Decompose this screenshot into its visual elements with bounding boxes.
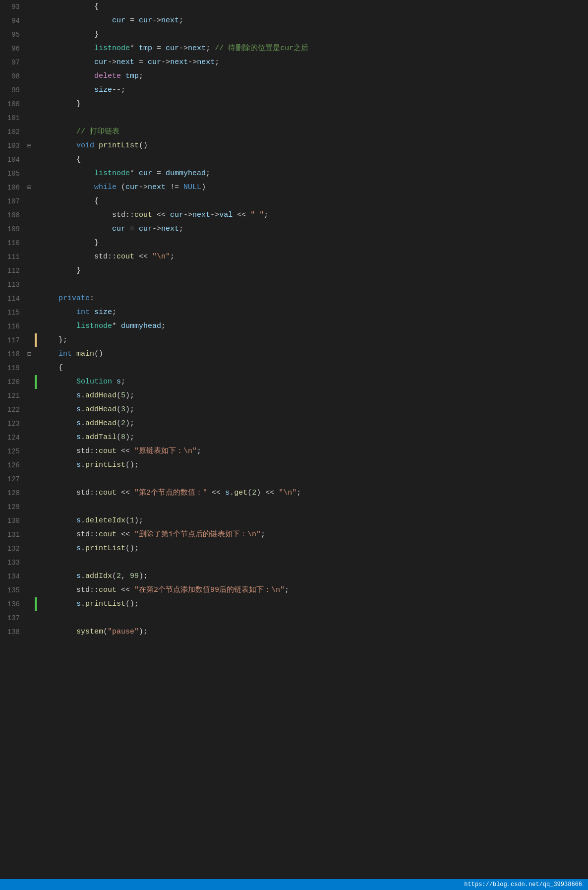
code-content: {	[37, 153, 588, 167]
fn-token: printList	[85, 600, 125, 608]
arrow-token: ->	[161, 58, 170, 66]
var-token: cur	[94, 58, 108, 66]
plain-token: (	[117, 391, 121, 400]
fold-collapse-button[interactable]: ⊟	[24, 347, 35, 361]
var-token: cur	[125, 183, 139, 191]
fold-empty	[24, 458, 35, 472]
fold-empty	[24, 500, 35, 514]
fold-empty	[24, 333, 35, 347]
fn-token: system	[76, 628, 103, 636]
table-row: s.addHead(5);	[35, 389, 588, 403]
plain-token: );	[139, 572, 148, 580]
plain-token: ();	[125, 544, 139, 553]
code-content	[37, 111, 588, 125]
code-content: std::cout << "删除了第1个节点后的链表如下：\n";	[37, 528, 588, 542]
table-row: {	[35, 194, 588, 208]
num-token: 3	[121, 405, 125, 414]
plain-token: );	[125, 391, 134, 400]
line-number: 117	[0, 333, 24, 347]
code-area: 9394959697989910010110210310410510610710…	[0, 0, 588, 879]
code-content: cur = cur->next;	[37, 222, 588, 236]
fold-empty	[24, 153, 35, 167]
plain-token: (	[125, 516, 130, 525]
plain-token: ;	[179, 16, 183, 25]
plain-token: );	[125, 405, 134, 414]
var-token: s	[76, 544, 81, 553]
line-number: 132	[0, 542, 24, 556]
line-number: 123	[0, 417, 24, 431]
plain-token	[41, 419, 76, 428]
table-row: std::cout << "原链表如下：\n";	[35, 445, 588, 458]
arrow-token: ->	[139, 183, 148, 191]
plain-token: <<	[117, 489, 134, 497]
plain-token: ;	[264, 211, 268, 219]
code-content: {	[37, 0, 588, 14]
table-row: {	[35, 153, 588, 167]
fold-collapse-button[interactable]: ⊟	[24, 139, 35, 153]
fold-collapse-button[interactable]: ⊟	[24, 181, 35, 194]
type-token: listnode	[41, 169, 130, 178]
code-content: std::cout << "原链表如下：\n";	[37, 445, 588, 458]
plain-token: .	[81, 433, 85, 442]
code-content: std::cout << cur->next->val << " ";	[37, 208, 588, 222]
plain-token	[90, 308, 94, 317]
fn-token: cout	[99, 447, 117, 455]
plain-token: (	[103, 628, 108, 636]
plain-token: (	[247, 489, 252, 497]
plain-token: <<	[134, 253, 152, 261]
plain-token	[41, 86, 94, 94]
plain-token: <<	[117, 530, 134, 539]
fold-empty	[24, 570, 35, 583]
fn-token: addHead	[85, 419, 117, 428]
code-content: while (cur->next != NULL)	[37, 181, 588, 194]
plain-token: ;	[197, 447, 201, 455]
plain-token: :	[90, 294, 94, 303]
plain-token: (	[117, 183, 125, 191]
table-row: listnode* tmp = cur->next; // 待删除的位置是cur…	[35, 42, 588, 56]
table-row: };	[35, 333, 588, 347]
plain-token: (	[112, 572, 117, 580]
var-token: next	[117, 58, 134, 66]
code-content: s.addHead(3);	[37, 403, 588, 417]
code-content: listnode* tmp = cur->next; // 待删除的位置是cur…	[37, 42, 588, 56]
plain-token: =	[152, 169, 166, 178]
plain-token: .	[81, 461, 85, 469]
plain-token	[41, 391, 76, 400]
plain-token	[41, 405, 76, 414]
line-number: 126	[0, 458, 24, 472]
var-token: next	[161, 225, 179, 233]
var-token: next	[192, 211, 210, 219]
plain-token: *	[112, 322, 121, 330]
line-number: 120	[0, 375, 24, 389]
table-row: cur = cur->next;	[35, 222, 588, 236]
plain-token: (	[117, 419, 121, 428]
table-row: s.addHead(3);	[35, 403, 588, 417]
plain-token	[121, 72, 125, 80]
line-number: 136	[0, 597, 24, 611]
plain-token	[41, 600, 76, 608]
plain-token: std::	[41, 253, 117, 261]
fold-empty	[24, 83, 35, 97]
plain-token: .	[81, 516, 85, 525]
code-content: int size;	[37, 306, 588, 319]
fold-empty	[24, 250, 35, 264]
plain-token	[41, 58, 94, 66]
line-number: 109	[0, 222, 24, 236]
var-token: cur	[170, 211, 183, 219]
plain-token: ;	[121, 378, 125, 386]
plain-token	[72, 350, 76, 358]
code-content: s.deleteIdx(1);	[37, 514, 588, 528]
table-row: {	[35, 0, 588, 14]
line-number: 93	[0, 0, 24, 14]
line-number: 122	[0, 403, 24, 417]
plain-token: ();	[125, 461, 139, 469]
kw-token: int	[41, 350, 72, 358]
code-content	[37, 278, 588, 292]
fn-token: addTail	[85, 433, 117, 442]
plain-token: ;	[261, 530, 265, 539]
fold-empty	[24, 486, 35, 500]
code-content: }	[37, 236, 588, 250]
line-number: 105	[0, 167, 24, 181]
plain-token: <<	[207, 489, 225, 497]
line-number: 138	[0, 625, 24, 639]
